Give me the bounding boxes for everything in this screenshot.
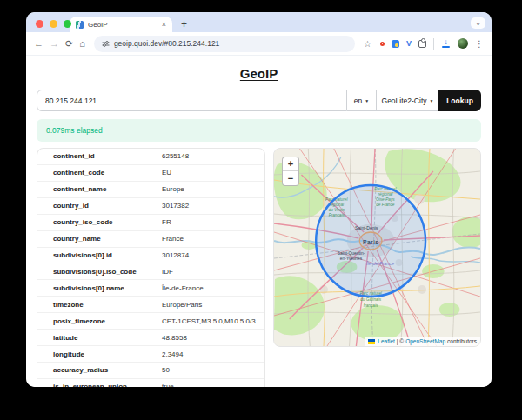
zoom-out-button[interactable]: − (283, 171, 298, 185)
map-card: Saint-Denis Paris Saint-Quentin- en-Yvel… (273, 148, 481, 347)
field-key: timezone (37, 301, 162, 309)
back-icon[interactable]: ← (34, 39, 44, 49)
toolbar-divider (433, 38, 434, 50)
database-select-value: GeoLite2-City (382, 97, 427, 105)
home-icon[interactable]: ⌂ (79, 39, 85, 49)
vimium-extension-icon[interactable]: V (406, 40, 412, 48)
attribution-separator: | © (397, 338, 404, 344)
tab-title: GeoIP (88, 21, 157, 29)
adblocker-extension-icon[interactable] (380, 42, 385, 46)
field-value: 48.8558 (162, 334, 187, 342)
table-row: longitude2.3494 (37, 346, 264, 363)
field-key: accuracy_radius (37, 366, 162, 374)
chevron-down-icon: ▼ (365, 98, 369, 103)
results-table: continent_id6255148continent_codeEUconti… (37, 148, 265, 387)
field-value: Europe (162, 185, 184, 193)
profile-avatar[interactable] (458, 38, 468, 49)
window-controls (36, 20, 71, 28)
language-select-value: en (354, 97, 362, 105)
table-row: is_in_european_uniontrue (37, 379, 264, 387)
lookup-button[interactable]: Lookup (438, 90, 481, 111)
field-value: IDF (162, 268, 173, 276)
field-value: EU (162, 169, 171, 177)
table-row: continent_id6255148 (37, 149, 264, 165)
field-key: subdivisions[0].iso_code (37, 268, 162, 276)
field-value: France (162, 235, 184, 243)
field-value: 3012874 (162, 251, 189, 259)
tab-geoip[interactable]: GeoIP × (70, 17, 172, 32)
fullscreen-window-button[interactable] (64, 20, 71, 28)
field-key: country_name (37, 235, 162, 243)
field-value: 50 (162, 366, 170, 374)
url-bar[interactable]: geoip.quoi.dev/#80.215.244.121 (94, 36, 355, 52)
field-value: 2.3494 (162, 350, 183, 358)
field-value: 3017382 (162, 202, 189, 210)
close-window-button[interactable] (36, 20, 44, 28)
table-row: country_iso_codeFR (37, 215, 264, 231)
geoip-page: GeoIP en ▼ GeoLite2-City ▼ Lookup 0.079m… (26, 66, 492, 387)
field-key: subdivisions[0].id (37, 251, 162, 259)
field-value: true (162, 383, 174, 387)
field-key: country_id (37, 202, 162, 210)
elapsed-status-badge: 0.079ms elapsed (37, 119, 481, 142)
field-value: FR (162, 218, 171, 226)
accuracy-radius-circle[interactable] (316, 185, 425, 297)
table-row: timezoneEurope/Paris (37, 297, 264, 313)
tab-close-icon[interactable]: × (162, 21, 166, 29)
map-attribution: Leaflet | © OpenStreetMap contributors (365, 337, 480, 346)
field-value: CET-1CEST,M3.5.0,M10.5.0/3 (162, 317, 256, 325)
field-key: country_iso_code (37, 218, 162, 226)
table-row: posix_timezoneCET-1CEST,M3.5.0,M10.5.0/3 (37, 313, 264, 330)
field-value: 6255148 (162, 152, 189, 160)
leaflet-link[interactable]: Leaflet (378, 338, 395, 344)
table-row: accuracy_radius50 (37, 363, 264, 379)
table-row: continent_codeEU (37, 165, 264, 182)
reload-icon[interactable]: ⟳ (65, 39, 73, 49)
table-row: subdivisions[0].nameÎle-de-France (37, 280, 264, 297)
ukraine-flag-icon (368, 339, 375, 344)
minimize-window-button[interactable] (50, 20, 57, 28)
attribution-suffix: contributors (447, 338, 477, 344)
browser-menu-icon[interactable]: ⋮ (475, 39, 484, 49)
map-label-park-gatinais-2: du Gâtinais (360, 297, 381, 302)
table-row: subdivisions[0].iso_codeIDF (37, 263, 264, 280)
table-row: country_nameFrance (37, 231, 264, 248)
page-title: GeoIP (37, 66, 481, 81)
table-row: latitude48.8558 (37, 330, 264, 346)
table-row: continent_nameEurope (37, 182, 264, 198)
field-key: posix_timezone (37, 317, 162, 325)
password-manager-extension-icon[interactable] (392, 40, 399, 48)
field-value: Île-de-France (162, 284, 204, 292)
leaflet-map[interactable]: Saint-Denis Paris Saint-Quentin- en-Yvel… (274, 149, 480, 346)
url-text[interactable]: geoip.quoi.dev/#80.215.244.121 (114, 39, 219, 48)
ip-address-input[interactable] (37, 90, 347, 111)
zoom-in-button[interactable]: + (283, 157, 298, 171)
table-row: subdivisions[0].id3012874 (37, 248, 264, 264)
extensions-puzzle-icon[interactable] (418, 40, 426, 48)
site-settings-tune-icon[interactable] (102, 40, 110, 48)
field-key: is_in_european_union (37, 383, 162, 387)
results-content: continent_id6255148continent_codeEUconti… (37, 148, 481, 387)
map-label-park-gatinais-3: français (364, 303, 378, 308)
toolbar-right-icons: ☆ V ↓ ⋮ (364, 38, 484, 50)
field-key: continent_name (37, 185, 162, 193)
forward-icon: → (50, 39, 59, 49)
browser-toolbar: ← → ⟳ ⌂ geoip.quoi.dev/#80.215.244.121 ☆… (26, 32, 492, 56)
tab-favicon-map-icon (76, 21, 84, 29)
field-key: latitude (37, 334, 162, 342)
table-row: country_id3017382 (37, 198, 264, 215)
map-zoom-control: + − (282, 157, 299, 186)
lookup-form: en ▼ GeoLite2-City ▼ Lookup (37, 90, 481, 111)
database-select[interactable]: GeoLite2-City ▼ (376, 90, 438, 111)
tab-search-chevron-icon[interactable]: ⌄ (471, 17, 485, 29)
tab-strip: GeoIP × + ⌄ (26, 12, 492, 32)
language-select[interactable]: en ▼ (347, 90, 376, 111)
openstreetmap-link[interactable]: OpenStreetMap (405, 338, 445, 344)
field-key: subdivisions[0].name (37, 284, 162, 292)
browser-window: GeoIP × + ⌄ ← → ⟳ ⌂ geoip.quoi.dev/#80.2… (26, 12, 492, 387)
downloads-icon[interactable]: ↓ (441, 39, 451, 48)
chevron-down-icon: ▼ (430, 98, 434, 103)
new-tab-button[interactable]: + (181, 19, 187, 30)
bookmark-star-icon[interactable]: ☆ (364, 39, 371, 49)
field-key: longitude (37, 350, 162, 358)
